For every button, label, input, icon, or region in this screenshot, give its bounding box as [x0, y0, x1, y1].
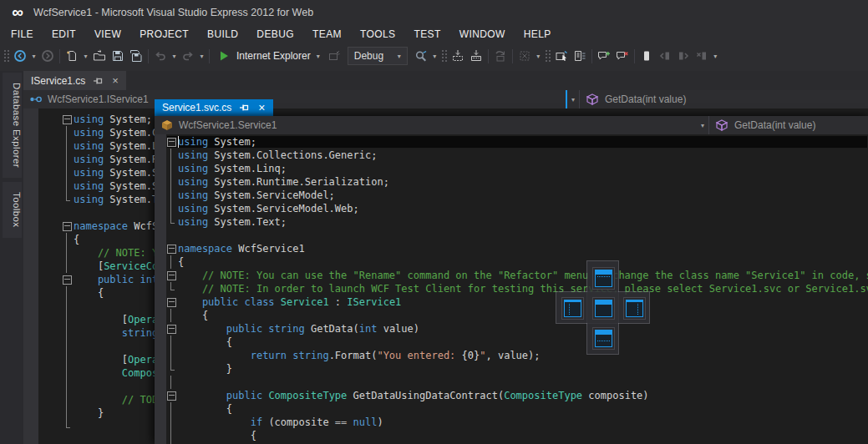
navigate-back-button[interactable]	[11, 47, 29, 65]
code-segment: {	[178, 336, 232, 348]
breakpoints-grid-button[interactable]	[515, 47, 534, 65]
code-segment: }	[74, 407, 104, 419]
code-line[interactable]: using System.Runtime.Serialization;	[166, 175, 868, 189]
toolbar-grip[interactable]	[441, 49, 447, 63]
fold-toggle-icon[interactable]	[166, 269, 178, 282]
side-tab-database-explorer[interactable]: Database Explorer	[3, 73, 22, 178]
undo-button[interactable]	[151, 47, 170, 65]
dropdown-caret-icon[interactable]: ▾	[170, 53, 179, 60]
toolbar-grip[interactable]	[545, 49, 551, 63]
scope-dropdown[interactable]: WcfService1.Service1	[155, 119, 697, 132]
code-line[interactable]: using System.Collections.Generic;	[166, 149, 868, 162]
code-line[interactable]: using System.ServiceModel.Web;	[166, 202, 868, 215]
dock-left-target[interactable]	[561, 297, 584, 320]
code-line[interactable]: using System;	[166, 135, 868, 149]
code-line[interactable]: {	[166, 255, 868, 269]
next-bookmark-button[interactable]	[674, 47, 693, 65]
chevron-down-icon[interactable]: ▾	[697, 122, 708, 129]
tab-iservice1[interactable]: IService1.cs ×	[23, 71, 126, 90]
dock-center-target[interactable]	[592, 297, 615, 320]
menu-item-debug[interactable]: DEBUG	[247, 25, 303, 44]
pin-icon[interactable]	[92, 74, 105, 88]
code-line[interactable]	[166, 376, 868, 389]
navigate-scope-button[interactable]	[491, 47, 510, 65]
code-line[interactable]: {	[166, 309, 868, 322]
add-comment-button[interactable]	[595, 47, 613, 65]
dropdown-caret-icon[interactable]: ▾	[711, 53, 720, 60]
select-element-button[interactable]	[552, 47, 571, 65]
menu-item-project[interactable]: PROJECT	[130, 25, 198, 44]
toolbar-grip[interactable]	[3, 49, 9, 63]
menu-item-test[interactable]: TEST	[404, 25, 449, 44]
fold-toggle-icon[interactable]	[166, 295, 178, 309]
save-button[interactable]	[109, 47, 127, 65]
code-line[interactable]: public CompositeType GetDataUsingDataCon…	[166, 389, 868, 402]
dock-bottom-target[interactable]	[592, 327, 615, 350]
menu-item-build[interactable]: BUILD	[198, 25, 247, 44]
document-outline-button[interactable]	[571, 47, 589, 65]
dropdown-caret-icon[interactable]: ▾	[81, 53, 90, 60]
floating-editor-body: WcfService1.Service1 ▾ GetData(int value…	[155, 116, 868, 444]
solution-configuration-select[interactable]: Debug▾	[348, 47, 408, 65]
menu-item-view[interactable]: VIEW	[85, 25, 130, 44]
redo-button[interactable]	[179, 47, 197, 65]
menu-item-help[interactable]: HELP	[515, 25, 561, 44]
save-all-entries-button[interactable]	[467, 47, 485, 65]
add-existing-item-button[interactable]	[90, 47, 109, 65]
menu-item-window[interactable]: WINDOW	[450, 25, 515, 44]
fold-toggle-icon[interactable]	[166, 322, 178, 336]
menu-item-edit[interactable]: EDIT	[43, 25, 85, 44]
dropdown-caret-icon[interactable]: ▾	[534, 53, 543, 60]
code-line[interactable]: {	[166, 336, 868, 349]
toggle-bookmark-button[interactable]	[637, 47, 656, 65]
dropdown-caret-icon[interactable]: ▾	[29, 53, 38, 60]
pin-icon[interactable]	[238, 101, 251, 114]
code-line[interactable]: {	[166, 402, 868, 416]
close-icon[interactable]: ×	[112, 77, 119, 85]
code-line[interactable]: public class Service1 : IService1	[166, 295, 868, 309]
fold-toggle-icon[interactable]	[166, 135, 178, 149]
start-debug-button[interactable]: Internet Explorer▾	[212, 49, 325, 63]
member-dropdown[interactable]: ▾ GetData(int value)	[697, 116, 868, 134]
dock-top-target[interactable]	[592, 267, 615, 290]
navigate-forward-button[interactable]	[38, 47, 57, 65]
attach-debugger-button[interactable]	[325, 47, 343, 65]
indicator-margin[interactable]	[155, 134, 166, 444]
tab-service1-svc[interactable]: Service1.svc.cs ×	[155, 99, 273, 116]
code-segment: public	[74, 274, 134, 285]
side-tab-toolbox[interactable]: Toolbox	[3, 182, 22, 237]
code-line[interactable]: // NOTE: In order to launch WCF Test Cli…	[166, 282, 868, 295]
save-entries-button[interactable]	[449, 47, 467, 65]
dropdown-caret-icon[interactable]: ▾	[430, 53, 439, 60]
code-line[interactable]: using System.ServiceModel;	[166, 189, 868, 202]
menu-item-tools[interactable]: TOOLS	[351, 25, 404, 44]
delete-comment-button[interactable]	[613, 47, 632, 65]
indicator-margin[interactable]	[23, 108, 38, 444]
code-line[interactable]: }	[166, 362, 868, 376]
previous-bookmark-button[interactable]	[656, 47, 674, 65]
fold-toggle-icon[interactable]	[62, 219, 74, 233]
code-line[interactable]: // NOTE: You can use the "Rename" comman…	[166, 269, 868, 282]
close-icon[interactable]: ×	[258, 103, 265, 112]
menu-item-file[interactable]: FILE	[2, 25, 43, 44]
find-in-files-button[interactable]	[412, 47, 430, 65]
code-line[interactable]: using System.Text;	[166, 215, 868, 229]
clear-bookmarks-button[interactable]	[693, 47, 711, 65]
fold-toggle-icon[interactable]	[62, 113, 74, 126]
dock-right-target[interactable]	[623, 297, 646, 320]
code-line[interactable]	[166, 229, 868, 242]
code-line[interactable]: public string GetData(int value)	[166, 322, 868, 336]
fold-toggle-icon[interactable]	[166, 389, 178, 402]
code-line[interactable]: namespace WcfService1	[166, 242, 868, 255]
code-line[interactable]: {	[166, 429, 868, 442]
floating-code-editor[interactable]: using System;using System.Collections.Ge…	[155, 134, 868, 444]
new-item-button[interactable]	[63, 47, 81, 65]
menu-item-team[interactable]: TEAM	[303, 25, 351, 44]
save-all-button[interactable]	[127, 47, 145, 65]
code-line[interactable]: return string.Format("You entered: {0}",…	[166, 349, 868, 362]
fold-toggle-icon[interactable]	[166, 242, 178, 255]
fold-toggle-icon[interactable]	[62, 273, 74, 286]
code-line[interactable]: if (composite == null)	[166, 416, 868, 429]
code-line[interactable]: using System.Linq;	[166, 162, 868, 175]
dropdown-caret-icon[interactable]: ▾	[197, 53, 206, 60]
